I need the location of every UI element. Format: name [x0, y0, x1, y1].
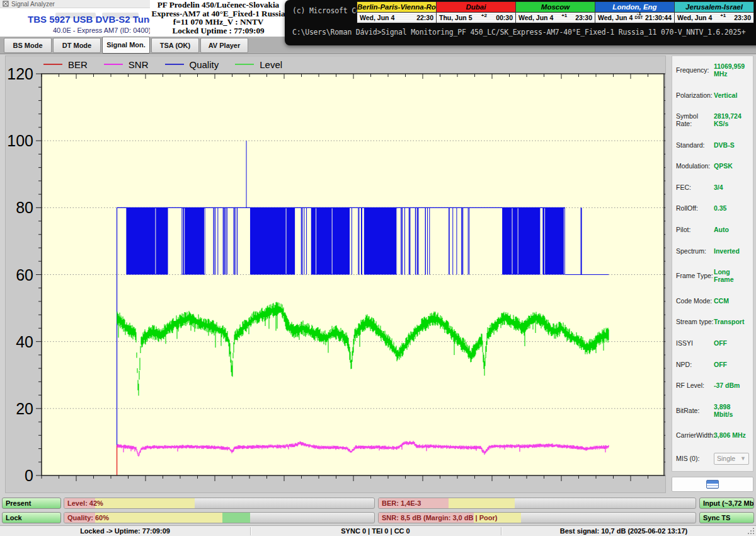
clock-time: 00:30 [496, 14, 513, 21]
panel-row: Frequency:11069,959 MHz [676, 62, 749, 78]
clock-moscow: Moscow Wed, Jun 4 +1 23:30 [516, 2, 595, 23]
status-sync-counters: SYNC 0 | TEI 0 | CC 0 [250, 526, 501, 536]
terminal-line: (c) Microsoft Cor [292, 6, 364, 15]
svg-text:60: 60 [16, 266, 33, 284]
present-indicator: Present [2, 498, 61, 509]
panel-row: Polarization:Vertical [676, 91, 749, 99]
clock-time: 22:30 [416, 14, 433, 21]
tab-signal-mon[interactable]: Signal Mon. [102, 37, 150, 54]
panel-row: RollOff:0.35 [676, 204, 749, 212]
clock-time: 23:30 [575, 14, 592, 21]
annotation-line: Express-AM7 at 40°E_Fixed-1 Russia [150, 9, 287, 18]
panel-row: Pilot:Auto [676, 226, 749, 233]
panel-row-mis: MIS (0): Single ▼ [676, 453, 749, 465]
tab-tsa[interactable]: TSA (OK) [151, 38, 199, 53]
panel-row: RF Level:-37 dBm [676, 382, 749, 389]
clock-city-label: Berlin-Paris-Vienna-Roma [357, 2, 436, 13]
legend-item-quality: Quality [165, 59, 219, 70]
clock-day: Thu, Jun 5 [439, 14, 472, 21]
lock-indicator: Lock [2, 512, 61, 523]
snr-line-swatch [104, 64, 123, 65]
clock-time: 23:30 [734, 14, 751, 21]
panel-row: Frame Type:Long Frame [676, 268, 749, 283]
panel-row: ISSYIOFF [676, 339, 749, 347]
panel-row: FEC:3/4 [676, 184, 749, 191]
tab-dt-mode[interactable]: DT Mode [53, 38, 101, 53]
clock-offset: +2 [481, 14, 487, 18]
clock-jerusalem: Jerusalem-Israel Wed, Jun 4 +1 23:30 [675, 2, 753, 23]
quality-line-swatch [165, 64, 184, 65]
status-bar: Locked -> Uptime: 77:09:09 SYNC 0 | TEI … [0, 525, 756, 536]
level-meter-label: Level: 42% [67, 498, 103, 508]
clock-city-label: Moscow [516, 2, 595, 13]
app-icon [3, 1, 9, 7]
clock-dst-label: DST [635, 16, 643, 20]
panel-row: Stream type:Transport [676, 318, 749, 325]
sync-ts-indicator: Sync TS [699, 512, 754, 523]
panel-row: Standard:DVB-S [676, 141, 749, 149]
status-locked-uptime: Locked -> Uptime: 77:09:09 [0, 526, 250, 536]
panel-row: NPD:OFF [676, 361, 749, 368]
tab-bs-mode[interactable]: BS Mode [4, 38, 52, 53]
clock-city-label: Jerusalem-Israel [675, 2, 753, 13]
stream-list-button[interactable] [672, 477, 753, 492]
clock-day: Wed, Jun 4 [360, 14, 394, 21]
input-indicator: Input (~3,72 Mbps) [699, 498, 754, 509]
svg-text:20: 20 [16, 400, 33, 417]
world-clocks-gadget: Berlin-Paris-Vienna-Roma Wed, Jun 4 22:3… [357, 1, 754, 23]
annotation-line: Locked Uptime : 77:09:09 [150, 26, 287, 35]
legend-item-level: Level [235, 59, 282, 70]
clock-city-label: London, Eng [595, 2, 674, 13]
status-best-signal: Best signal: 10,7 dB (2025-06-02 13:17) [501, 526, 747, 536]
clock-city-label: Dubai [437, 2, 515, 13]
resize-grip[interactable] [748, 528, 754, 534]
level-line-swatch [235, 64, 254, 65]
tab-av-player[interactable]: AV Player [200, 38, 248, 53]
panel-row: Symbol Rate:2819,724 KS/s [676, 112, 749, 127]
clock-london: London, Eng Wed, Jun 4 -1DST 21:30:44 [595, 2, 675, 23]
svg-text:0: 0 [25, 467, 33, 484]
window-title: Signal Analyzer [11, 1, 55, 8]
panel-row: Modulation:QPSK [676, 162, 749, 170]
clock-day: Wed, Jun 4 [518, 14, 553, 21]
signal-analyzer-window: Signal Analyzer TBS 5927 USB DVB-S2 Tune… [0, 0, 756, 536]
clock-day: Wed, Jun 4 [677, 14, 712, 21]
clock-offset: +1 [561, 14, 567, 18]
quality-meter: Quality: 60% [64, 512, 375, 523]
clock-berlin: Berlin-Paris-Vienna-Roma Wed, Jun 4 22:3… [357, 2, 437, 23]
snr-meter-label: SNR: 8,5 dB (Margin: 3,0 dB | Poor) [382, 513, 497, 523]
chevron-down-icon: ▼ [740, 455, 746, 462]
panel-row: CarrierWidth:3,806 MHz [676, 431, 749, 439]
annotation-overlay: PF Prodelin 450/Lučenec-Slovakia Express… [150, 0, 287, 36]
chart-legend: BER SNR Quality Level [43, 59, 282, 70]
annotation-line: f=11 070 MHz_V : NNTV [150, 18, 287, 26]
list-icon [706, 480, 719, 489]
clock-time: 21:30:44 [645, 14, 672, 21]
level-meter: Level: 42% [64, 498, 375, 509]
tuner-title: TBS 5927 USB DVB-S2 Tuner [28, 14, 158, 25]
svg-text:80: 80 [16, 199, 33, 216]
legend-item-snr: SNR [104, 59, 149, 70]
panel-row: BitRate:3,898 Mbit/s [676, 403, 749, 418]
svg-text:120: 120 [7, 65, 33, 83]
snr-meter: SNR: 8,5 dB (Margin: 3,0 dB | Poor) [378, 512, 696, 523]
annotation-line: PF Prodelin 450/Lučenec-Slovakia [150, 1, 287, 9]
svg-text:100: 100 [7, 132, 33, 149]
ber-line-swatch [43, 64, 62, 65]
signal-chart: 020406080100120 [6, 56, 665, 492]
quality-meter-label: Quality: 60% [67, 513, 109, 523]
panel-row: Code Mode:CCM [676, 297, 749, 305]
terminal-command-line: C:\Users\Roman Dávid>Signal Monitoring_P… [292, 28, 745, 37]
svg-text:40: 40 [16, 333, 33, 351]
mis-label: MIS (0): [676, 455, 714, 462]
parameters-panel: Frequency:11069,959 MHzPolarization:Vert… [672, 55, 753, 472]
legend-item-ber: BER [43, 59, 88, 70]
clock-day: Wed, Jun 4 [598, 14, 633, 21]
mis-select[interactable]: Single ▼ [714, 453, 749, 465]
ber-meter: BER: 1,4E-3 [378, 498, 696, 509]
clock-offset: +1 [720, 14, 726, 18]
clock-dubai: Dubai Thu, Jun 5 +2 00:30 [437, 2, 516, 23]
panel-row: Spectrum:Inverted [676, 247, 749, 255]
ber-meter-label: BER: 1,4E-3 [382, 498, 421, 508]
signal-chart-widget: BER SNR Quality Level 020406080100120 [5, 55, 666, 493]
